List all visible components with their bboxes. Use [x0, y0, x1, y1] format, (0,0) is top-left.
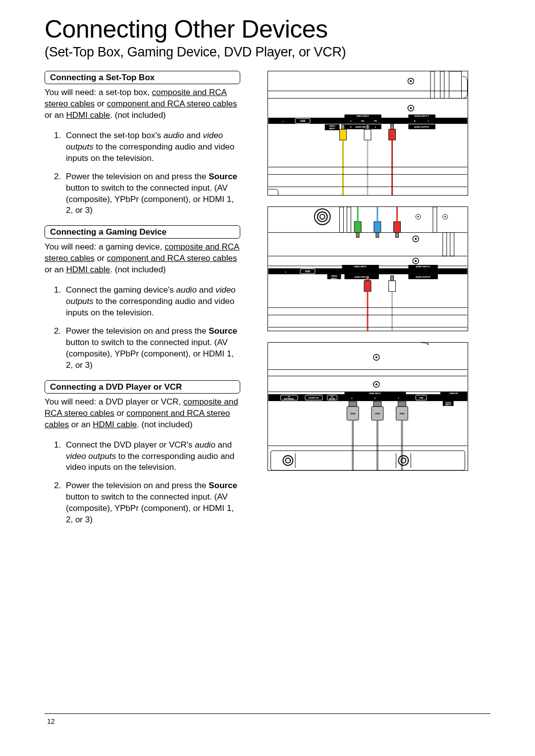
svg-rect-62 — [339, 207, 343, 233]
svg-rect-91 — [389, 281, 396, 292]
svg-rect-38 — [366, 124, 369, 129]
svg-rect-68 — [356, 233, 359, 238]
svg-text:PR: PR — [374, 120, 377, 122]
svg-text:INPUT: INPUT — [445, 403, 451, 406]
svg-rect-64 — [433, 207, 437, 233]
svg-point-51 — [315, 209, 330, 225]
svg-text:ANTENNA: ANTENNA — [284, 398, 294, 400]
svg-text:INPUT: INPUT — [331, 277, 337, 280]
svg-point-7 — [410, 107, 412, 109]
step-1: Connect the DVD player or VCR's audio an… — [63, 440, 240, 474]
svg-text:USB: USB — [419, 397, 423, 399]
svg-point-143 — [283, 455, 293, 465]
svg-text:AUDIO INPUT 2: AUDIO INPUT 2 — [415, 115, 429, 117]
svg-rect-42 — [391, 124, 394, 129]
svg-rect-73 — [268, 268, 468, 274]
steps-dvd: Connect the DVD player or VCR's audio an… — [45, 440, 240, 526]
page-number: 12 — [47, 717, 55, 725]
svg-rect-66 — [450, 233, 454, 256]
svg-text:VIDEO IN: VIDEO IN — [449, 392, 458, 395]
svg-text:HDMI: HDMI — [375, 412, 380, 415]
svg-rect-10 — [449, 71, 462, 99]
footer-rule — [45, 713, 490, 714]
svg-text:AUDIO OUTPUT: AUDIO OUTPUT — [414, 126, 429, 128]
svg-point-59 — [418, 216, 419, 217]
svg-rect-134 — [374, 402, 381, 406]
step-2: Power the television on and press the So… — [63, 480, 240, 526]
step-2: Power the television on and press the So… — [63, 171, 240, 217]
svg-point-52 — [318, 212, 327, 222]
svg-rect-69 — [374, 222, 381, 233]
svg-rect-63 — [347, 207, 351, 233]
diagram-composite: USB 1 VIDEO INPUT Y PB PR AUDIO INPUT 2 … — [268, 71, 468, 196]
steps-settop: Connect the set-top box's audio and vide… — [45, 130, 240, 217]
intro-settop: You will need: a set-top box, composite … — [45, 87, 240, 121]
svg-point-5 — [410, 80, 412, 82]
svg-rect-65 — [443, 233, 447, 256]
svg-text:R: R — [350, 126, 352, 128]
svg-rect-142 — [271, 451, 465, 470]
svg-point-53 — [320, 214, 325, 219]
diagram-component: USB 1 VIDEO INPUT AUDIO INPUT 2 VIDEO IN… — [268, 206, 468, 331]
svg-text:HDMI INPUT: HDMI INPUT — [369, 392, 381, 395]
page-title: Connecting Other Devices — [45, 15, 490, 44]
step-1: Connect the gaming device's audio and vi… — [63, 285, 240, 319]
svg-point-144 — [285, 458, 290, 463]
svg-rect-71 — [394, 222, 401, 233]
svg-rect-92 — [391, 276, 394, 281]
svg-text:R: R — [414, 120, 416, 122]
svg-rect-67 — [354, 222, 361, 233]
svg-rect-88 — [364, 281, 371, 292]
svg-rect-41 — [389, 129, 396, 140]
svg-text:VIDEO INPUT: VIDEO INPUT — [356, 115, 369, 117]
svg-rect-130 — [349, 402, 357, 406]
text-column: Connecting a Set-Top Box You will need: … — [45, 71, 240, 533]
step-2: Power the television on and press the So… — [63, 326, 240, 371]
svg-rect-70 — [376, 233, 379, 238]
page-subtitle: (Set-Top Box, Gaming Device, DVD Player,… — [45, 45, 490, 60]
svg-point-145 — [399, 455, 409, 465]
diagram-column: USB 1 VIDEO INPUT Y PB PR AUDIO INPUT 2 … — [268, 71, 468, 533]
svg-rect-9 — [440, 71, 444, 99]
svg-text:Y: Y — [350, 120, 352, 122]
svg-rect-34 — [341, 124, 344, 129]
diagram-hdmi: TV ANTENNA VGA/PC IN PC AUDIO HDMI INPUT… — [268, 342, 468, 471]
svg-text:VGA/PC IN: VGA/PC IN — [309, 397, 319, 399]
svg-rect-89 — [366, 276, 369, 281]
svg-text:PB: PB — [361, 120, 364, 122]
svg-point-61 — [444, 216, 446, 217]
svg-rect-8 — [430, 71, 434, 99]
steps-gaming: Connect the gaming device's audio and vi… — [45, 285, 240, 371]
svg-rect-108 — [268, 394, 468, 401]
section-header-dvd: Connecting a DVD Player or VCR — [45, 380, 240, 394]
svg-text:AUDIO INPUT 2: AUDIO INPUT 2 — [416, 265, 431, 268]
svg-text:AUDIO OUTPUT: AUDIO OUTPUT — [416, 276, 431, 278]
intro-dvd: You will need: a DVD player or VCR, comp… — [45, 397, 240, 431]
svg-point-107 — [375, 383, 377, 385]
svg-text:USB: USB — [305, 270, 311, 273]
svg-point-55 — [415, 238, 417, 240]
svg-rect-72 — [396, 233, 399, 238]
svg-rect-33 — [339, 129, 346, 140]
svg-text:INPUT: INPUT — [329, 127, 335, 130]
svg-text:VIDEO INPUT: VIDEO INPUT — [354, 265, 367, 268]
step-1: Connect the set-top box's audio and vide… — [63, 130, 240, 164]
svg-rect-37 — [364, 129, 371, 140]
section-header-gaming: Connecting a Gaming Device — [45, 225, 240, 239]
svg-text:HDMI: HDMI — [399, 412, 404, 415]
svg-rect-138 — [398, 402, 406, 406]
svg-text:AUDIO: AUDIO — [329, 398, 335, 400]
svg-point-105 — [375, 356, 377, 358]
svg-text:USB: USB — [300, 120, 306, 122]
section-header-settop: Connecting a Set-Top Box — [45, 71, 240, 84]
svg-text:HDMI: HDMI — [350, 412, 355, 415]
intro-gaming: You will need: a gaming device, composit… — [45, 242, 240, 276]
svg-point-57 — [415, 260, 417, 262]
